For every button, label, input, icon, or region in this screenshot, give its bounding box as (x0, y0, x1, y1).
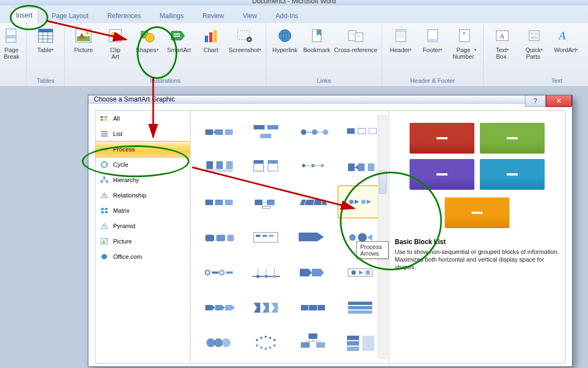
smartart-thumbnail[interactable] (338, 326, 384, 359)
wordart-button[interactable]: AWordArt ▾ (551, 25, 581, 61)
chevron-down-icon: ▾ (576, 47, 578, 53)
svg-rect-121 (348, 163, 355, 171)
smartart-thumbnail[interactable] (243, 150, 289, 183)
smartart-button[interactable]: SmartArt (164, 25, 194, 61)
page-number-button[interactable]: #Page Number ▾ (449, 25, 480, 61)
text-box-button[interactable]: AText Box ▾ (487, 25, 518, 61)
smartart-thumbnail[interactable] (290, 256, 337, 288)
category-hierarchy[interactable]: Hierarchy (96, 172, 190, 188)
svg-point-182 (222, 338, 231, 347)
smartart-thumbnail[interactable] (338, 115, 384, 148)
tab-mailings[interactable]: Mailings (154, 9, 189, 23)
svg-marker-168 (205, 305, 215, 310)
screenshot-button[interactable]: Screenshot ▾ (227, 25, 262, 61)
category-relationship[interactable]: Relationship (96, 188, 190, 203)
smartart-thumbnail[interactable] (243, 220, 289, 253)
svg-marker-150 (367, 234, 372, 241)
shapes-button[interactable]: Shapes ▾ (132, 25, 163, 61)
smartart-thumbnail[interactable] (196, 326, 242, 359)
ribbon: Page Break . Table ▾ Tables Picture Clip… (0, 23, 588, 87)
svg-rect-198 (347, 336, 359, 340)
chevron-down-icon: ▾ (156, 47, 159, 53)
svg-point-91 (102, 254, 107, 259)
smartart-thumbnail[interactable] (196, 220, 242, 253)
smartart-thumbnail[interactable] (243, 115, 289, 148)
scrollbar-thumb[interactable] (379, 171, 387, 194)
smartart-thumbnail[interactable] (243, 185, 289, 218)
svg-marker-162 (300, 269, 312, 276)
tab-review[interactable]: Review (197, 9, 229, 23)
group-label-header-footer: Header & Footer (385, 77, 480, 85)
svg-rect-95 (225, 129, 233, 135)
smartart-thumbnail[interactable] (338, 291, 384, 324)
drop-cap-button[interactable]: ADrop Cap ▾ (583, 25, 588, 61)
tab-addins[interactable]: Add-Ins (270, 9, 304, 23)
svg-point-116 (302, 164, 305, 167)
svg-rect-73 (103, 177, 105, 178)
category-matrix[interactable]: Matrix (96, 203, 190, 218)
header-button[interactable]: Header ▾ (385, 25, 416, 61)
smartart-thumbnail[interactable] (290, 115, 337, 148)
smartart-thumbnail[interactable] (290, 291, 337, 324)
category-pyramid[interactable]: Pyramid (96, 218, 190, 234)
category-list: All List Process Cycle Hierarchy Relatio… (95, 110, 191, 364)
category-office-com[interactable]: Office.com (96, 249, 190, 264)
smartart-thumbnail[interactable] (196, 150, 242, 183)
clip-art-button[interactable]: Clip Art (100, 25, 131, 61)
dialog-title: Choose a SmartArt Graphic (94, 95, 175, 103)
svg-point-185 (265, 336, 267, 338)
close-button[interactable]: ✕ (546, 95, 572, 107)
chevron-down-icon: ▾ (507, 47, 509, 53)
smartart-thumbnail[interactable] (290, 220, 337, 253)
thumbnail-tooltip: Process Arrows (356, 241, 389, 259)
scrollbar[interactable] (378, 115, 388, 359)
svg-rect-110 (216, 161, 223, 169)
preview-block (480, 159, 545, 190)
smartart-thumbnail-selected[interactable] (338, 185, 384, 218)
table-icon (37, 27, 54, 44)
cross-reference-button[interactable]: Cross-reference (333, 25, 378, 61)
table-button[interactable]: Table ▾ (30, 25, 61, 61)
svg-marker-173 (271, 303, 278, 313)
tab-references[interactable]: References (102, 9, 146, 23)
hyperlink-button[interactable]: Hyperlink (270, 25, 300, 61)
smartart-thumbnail[interactable] (196, 185, 242, 218)
smartart-thumbnail[interactable] (290, 185, 337, 218)
smartart-thumbnail[interactable] (290, 326, 337, 359)
svg-point-153 (220, 270, 224, 275)
category-list[interactable]: List (96, 126, 190, 141)
svg-rect-0 (6, 29, 16, 36)
smartart-thumbnail[interactable] (243, 256, 289, 288)
category-picture[interactable]: Picture (96, 234, 190, 249)
svg-rect-82 (101, 208, 104, 210)
smartart-thumbnail[interactable] (243, 326, 289, 359)
smartart-thumbnail[interactable] (338, 150, 384, 183)
svg-rect-140 (205, 235, 214, 241)
preview-description: Use to show non-sequential or grouped bl… (395, 248, 559, 271)
tab-insert[interactable]: Insert (10, 8, 38, 23)
smartart-thumbnail[interactable] (243, 291, 289, 324)
chart-button[interactable]: Chart (195, 25, 226, 61)
category-process[interactable]: Process (95, 141, 191, 157)
quick-parts-button[interactable]: Quick Parts ▾ (519, 25, 550, 61)
svg-rect-199 (347, 341, 359, 346)
category-cycle[interactable]: Cycle (96, 157, 190, 172)
bookmark-button[interactable]: Bookmark (301, 25, 332, 61)
category-all[interactable]: All (96, 111, 190, 126)
svg-rect-201 (362, 336, 374, 351)
footer-button[interactable]: Footer ▾ (417, 25, 448, 61)
smartart-thumbnail[interactable] (196, 115, 242, 148)
cycle-icon (100, 160, 109, 169)
page-break-button[interactable]: Page Break (0, 25, 23, 61)
smartart-thumbnail[interactable] (338, 256, 384, 288)
chevron-down-icon: ▾ (410, 47, 412, 53)
smartart-thumbnail[interactable] (196, 291, 242, 324)
svg-rect-1 (6, 38, 16, 42)
help-button[interactable]: ? (525, 95, 546, 107)
svg-rect-194 (301, 342, 310, 348)
smartart-thumbnail[interactable] (196, 256, 242, 288)
smartart-thumbnail[interactable] (290, 150, 337, 183)
picture-button[interactable]: Picture (68, 25, 99, 61)
tab-page-layout[interactable]: Page Layout (46, 9, 94, 23)
tab-view[interactable]: View (237, 9, 262, 23)
